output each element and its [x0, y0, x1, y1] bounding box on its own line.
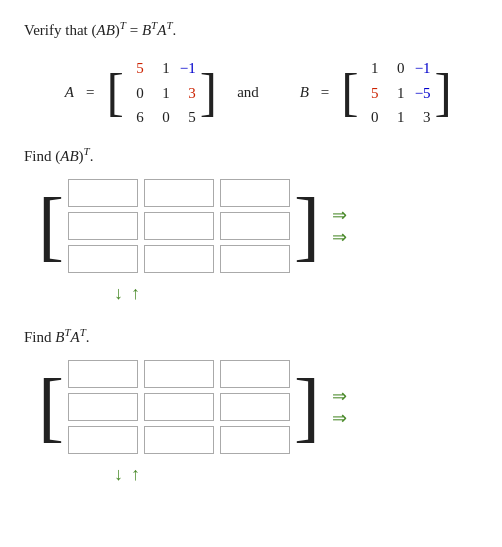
s2-r2c1[interactable] — [68, 393, 138, 421]
a23: 3 — [180, 82, 196, 105]
section1-bottom-arrows: ↓ ↑ — [114, 283, 478, 304]
b33: 3 — [415, 106, 431, 129]
section2-right-arrows: ⇒ ⇒ — [332, 387, 347, 427]
s2-r1c1[interactable] — [68, 360, 138, 388]
matrix-B: [ 1 0 −1 5 1 −5 0 1 3 ] — [341, 55, 452, 131]
a11: 5 — [128, 57, 144, 80]
label-B: B — [279, 84, 309, 101]
b13: −1 — [415, 57, 431, 80]
a22: 1 — [154, 82, 170, 105]
s2-r3c1[interactable] — [68, 426, 138, 454]
a33: 5 — [180, 106, 196, 129]
arrow-up-1[interactable]: ↑ — [131, 283, 140, 304]
and-word: and — [237, 84, 259, 101]
equals-B: = — [321, 84, 329, 101]
section1-grid-area: [ ] ⇒ ⇒ — [38, 175, 478, 277]
title-AT: T — [166, 19, 172, 31]
a31: 6 — [128, 106, 144, 129]
title-T1: T — [120, 19, 126, 31]
section1-block: Find (AB)T. [ ] ⇒ ⇒ ↓ ↑ — [24, 145, 478, 304]
a32: 0 — [154, 106, 170, 129]
s1-r3c3[interactable] — [220, 245, 290, 273]
section2-input-grid — [64, 356, 294, 458]
bracket-B-left: [ — [341, 67, 358, 119]
s1-r2c3[interactable] — [220, 212, 290, 240]
arrow-down-2[interactable]: ↓ — [114, 464, 123, 485]
title-A: A — [157, 22, 166, 38]
section2-grid-area: [ ] ⇒ ⇒ — [38, 356, 478, 458]
section2-bottom-arrows: ↓ ↑ — [114, 464, 478, 485]
s1-r2c2[interactable] — [144, 212, 214, 240]
a12: 1 — [154, 57, 170, 80]
matrix-A: [ 5 1 −1 0 1 3 6 0 5 ] — [106, 55, 217, 131]
section2-block: Find BTAT. [ ] ⇒ ⇒ ↓ ↑ — [24, 326, 478, 485]
s2-r2c3[interactable] — [220, 393, 290, 421]
arrow-right-top-2[interactable]: ⇒ — [332, 387, 347, 405]
arrow-right-bottom-2[interactable]: ⇒ — [332, 409, 347, 427]
title: Verify that (AB)T = BTAT. — [24, 18, 478, 41]
s1-r1c3[interactable] — [220, 179, 290, 207]
b32: 1 — [389, 106, 405, 129]
bracket-B-right: ] — [435, 67, 452, 119]
arrow-up-2[interactable]: ↑ — [131, 464, 140, 485]
bracket-A-left: [ — [106, 67, 123, 119]
a13: −1 — [180, 57, 196, 80]
s2-r3c2[interactable] — [144, 426, 214, 454]
bracket-A-right: ] — [200, 67, 217, 119]
s1-r1c2[interactable] — [144, 179, 214, 207]
s2-r1c3[interactable] — [220, 360, 290, 388]
s1-r3c1[interactable] — [68, 245, 138, 273]
section1-right-arrows: ⇒ ⇒ — [332, 206, 347, 246]
s1-r1c1[interactable] — [68, 179, 138, 207]
input-bracket2-right: ] — [294, 368, 320, 446]
input-bracket2-left: [ — [38, 368, 64, 446]
title-AB: AB — [96, 22, 114, 38]
s2-r1c2[interactable] — [144, 360, 214, 388]
b12: 0 — [389, 57, 405, 80]
s1-r3c2[interactable] — [144, 245, 214, 273]
b23: −5 — [415, 82, 431, 105]
b21: 5 — [363, 82, 379, 105]
matrix-B-cells: 1 0 −1 5 1 −5 0 1 3 — [359, 55, 435, 131]
input-bracket1-left: [ — [38, 187, 64, 265]
matrix-A-cells: 5 1 −1 0 1 3 6 0 5 — [124, 55, 200, 131]
b31: 0 — [363, 106, 379, 129]
section1-input-grid — [64, 175, 294, 277]
input-bracket1-right: ] — [294, 187, 320, 265]
s2-r3c3[interactable] — [220, 426, 290, 454]
a21: 0 — [128, 82, 144, 105]
matrices-row: A = [ 5 1 −1 0 1 3 6 0 5 ] and B = [ 1 0… — [44, 55, 478, 131]
section1-title: Find (AB)T. — [24, 145, 478, 165]
title-B: B — [142, 22, 151, 38]
s1-r2c1[interactable] — [68, 212, 138, 240]
arrow-right-bottom-1[interactable]: ⇒ — [332, 228, 347, 246]
arrow-down-1[interactable]: ↓ — [114, 283, 123, 304]
section1-matrix-wrap: [ ] — [38, 175, 320, 277]
arrow-right-top-1[interactable]: ⇒ — [332, 206, 347, 224]
s2-r2c2[interactable] — [144, 393, 214, 421]
b11: 1 — [363, 57, 379, 80]
b22: 1 — [389, 82, 405, 105]
equals-A: = — [86, 84, 94, 101]
section2-title: Find BTAT. — [24, 326, 478, 346]
section2-matrix-wrap: [ ] — [38, 356, 320, 458]
label-A: A — [44, 84, 74, 101]
